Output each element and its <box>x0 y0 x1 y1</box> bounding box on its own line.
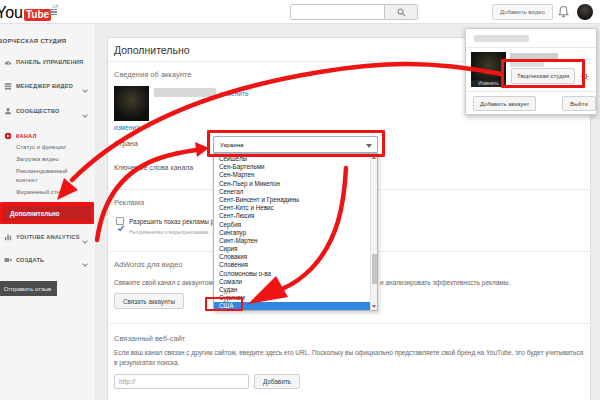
country-dropdown: СейшелыСен-БартельмиСен-МартенСен-Пьер и… <box>213 153 378 311</box>
ads-note: Неприменимо к видеорекламам, <box>129 229 210 235</box>
video-manager-icon <box>4 82 12 90</box>
account-avatar[interactable] <box>577 4 593 20</box>
sidebar-item-label: СОЗДАТЬ <box>16 257 44 263</box>
bell-icon[interactable] <box>558 6 569 18</box>
country-option[interactable]: Сент-Люсия <box>214 212 371 220</box>
country-label: Страна <box>114 140 138 147</box>
country-option[interactable]: Сейшелы <box>214 155 371 163</box>
scroll-down-icon[interactable] <box>372 305 376 308</box>
country-option[interactable]: Сомали <box>214 278 371 286</box>
page-title: Дополнительно <box>114 44 190 56</box>
channel-name-redacted <box>154 88 216 97</box>
popup-avatar[interactable]: Изменить <box>471 52 506 87</box>
country-select-value: Украина <box>220 141 244 148</box>
create-icon <box>4 256 12 264</box>
add-video-button[interactable]: Добавить видео <box>492 4 553 20</box>
country-option[interactable]: Сербия <box>214 221 371 229</box>
adwords-desc-right: и анализировать эффективность рекламы. <box>380 278 510 288</box>
creator-studio-button[interactable]: Творческая студия <box>511 68 575 84</box>
popup-name-redacted <box>510 53 558 60</box>
community-icon <box>4 107 12 115</box>
scrollbar-thumb[interactable] <box>372 254 377 284</box>
country-option[interactable]: Сен-Пьер и Микелон <box>214 180 371 188</box>
country-option[interactable]: Судан <box>214 286 371 294</box>
country-select[interactable]: Украина <box>213 136 378 153</box>
country-option[interactable]: Синт-Мартен <box>214 237 371 245</box>
edit-name-link[interactable]: изменить <box>220 90 248 97</box>
country-option[interactable]: Сент-Винсент и Гренадины <box>214 196 371 204</box>
check-icon <box>117 224 125 232</box>
sidebar-item-video-manager[interactable]: МЕНЕДЖЕР ВИДЕО <box>0 79 95 93</box>
guide-menu-icon[interactable] <box>49 9 57 15</box>
logo-you: You <box>0 4 23 21</box>
country-option[interactable]: Сингапур <box>214 229 371 237</box>
gear-icon[interactable] <box>580 72 589 81</box>
sidebar-item-create[interactable]: СОЗДАТЬ <box>0 253 95 267</box>
website-url-input[interactable] <box>114 374 249 389</box>
sidebar-title: ВОРЧЕСКАЯ СТУДИЯ <box>0 38 66 44</box>
popup-avatar-edit-overlay[interactable]: Изменить <box>471 80 506 87</box>
sidebar-item-label: МЕНЕДЖЕР ВИДЕО <box>16 83 73 89</box>
sidebar-item-analytics[interactable]: YOUTUBE ANALYTICS <box>0 230 95 244</box>
select-caret-icon <box>366 144 372 148</box>
search-input[interactable] <box>290 4 385 20</box>
sidebar-subitem-featured-2[interactable]: контент <box>16 177 37 183</box>
account-popup: Изменить Творческая студия Добавить акка… <box>465 28 597 115</box>
country-option[interactable]: Словакия <box>214 253 371 261</box>
country-option[interactable]: Сирия <box>214 245 371 253</box>
sidebar-item-label: КАНАЛ <box>16 133 37 139</box>
country-option[interactable]: Соломоновы о-ва <box>214 270 371 278</box>
website-add-button[interactable]: Добавить <box>254 374 300 389</box>
ads-section-title: Реклама <box>114 198 144 207</box>
edit-avatar-link[interactable]: изменить <box>114 124 142 131</box>
allow-ads-label: Разрешить показ рекламы р <box>129 218 214 225</box>
sidebar-subitem-featured[interactable]: Рекомендованный <box>16 168 67 174</box>
country-dropdown-list: СейшелыСен-БартельмиСен-МартенСен-Пьер и… <box>214 155 371 311</box>
dropdown-scrollbar[interactable] <box>370 154 377 310</box>
sidebar-item-label: ПАНЕЛЬ УПРАВЛЕНИЯ <box>16 59 83 65</box>
country-option[interactable]: Сен-Мартен <box>214 171 371 179</box>
scroll-up-icon[interactable] <box>372 156 376 159</box>
channel-icon <box>4 132 12 140</box>
popup-subname-redacted <box>510 62 544 67</box>
chevron-down-icon <box>82 87 88 93</box>
sidebar-item-community[interactable]: СООБЩЕСТВО <box>0 104 95 118</box>
search-button[interactable] <box>385 4 418 20</box>
dashboard-icon <box>4 58 12 66</box>
sidebar-subitem-advanced[interactable]: Дополнительно <box>0 204 93 223</box>
country-option[interactable]: США <box>214 302 371 310</box>
link-accounts-button[interactable]: Связать аккаунты <box>114 293 184 309</box>
search-icon <box>397 8 406 17</box>
sidebar-item-dashboard[interactable]: ПАНЕЛЬ УПРАВЛЕНИЯ <box>0 55 95 69</box>
logo-tube: Tube <box>24 9 51 21</box>
adwords-section-title: AdWords для видео <box>114 260 183 269</box>
allow-ads-checkbox[interactable] <box>116 217 124 225</box>
chevron-down-icon <box>82 112 88 118</box>
country-option[interactable]: Словения <box>214 261 371 269</box>
sidebar: ВОРЧЕСКАЯ СТУДИЯ ПАНЕЛЬ УПРАВЛЕНИЯ МЕНЕД… <box>0 24 95 400</box>
screen: YouTubeUA Добавить видео ВОРЧЕСКАЯ СТУДИ… <box>0 0 600 400</box>
sidebar-subitem-status[interactable]: Статус и функции <box>16 144 66 150</box>
sidebar-subitem-upload[interactable]: Загрузка видео <box>16 156 59 162</box>
chevron-down-icon <box>82 238 88 244</box>
sidebar-item-label: СООБЩЕСТВО <box>16 108 60 114</box>
add-account-button[interactable]: Добавить аккаунт <box>473 96 536 111</box>
sign-out-button[interactable]: Выйти <box>562 96 596 111</box>
analytics-icon <box>4 233 12 241</box>
account-section-title: Сведения об аккаунте <box>114 70 191 79</box>
country-option[interactable]: Сен-Бартельми <box>214 163 371 171</box>
adwords-desc-left: Свяжите свой канал с аккаунтом <box>114 278 213 288</box>
country-option[interactable]: Суринам <box>214 294 371 302</box>
channel-avatar <box>114 86 149 121</box>
send-feedback-button[interactable]: Отправить отзыв <box>0 281 57 296</box>
country-option[interactable]: Сент-Китс и Невис <box>214 204 371 212</box>
website-section-title: Связанный веб-сайт <box>114 334 185 343</box>
sidebar-item-channel[interactable]: КАНАЛ <box>0 129 95 143</box>
account-email-redacted <box>474 35 529 42</box>
keywords-label: Ключевые слова канала <box>114 164 193 171</box>
topbar: YouTubeUA Добавить видео <box>0 0 600 24</box>
website-desc: Если ваш канал связан с другим сайтом, в… <box>114 348 586 368</box>
sidebar-subitem-branding[interactable]: Фирменный стиль <box>16 189 66 195</box>
chevron-down-icon <box>82 261 88 267</box>
country-option[interactable]: Сенегал <box>214 188 371 196</box>
